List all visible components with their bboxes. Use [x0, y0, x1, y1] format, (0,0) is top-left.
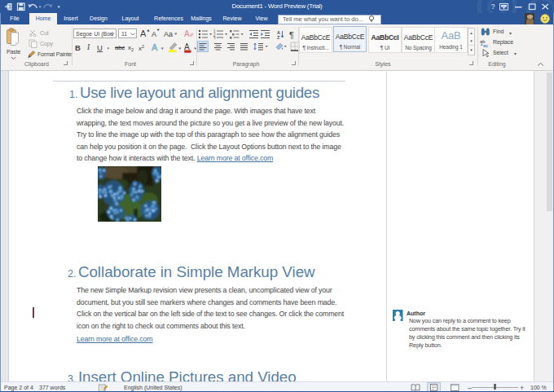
svg-text:ac: ac — [483, 43, 488, 47]
svg-text:3: 3 — [213, 37, 216, 40]
svg-text:A: A — [152, 30, 156, 38]
svg-text:¶: ¶ — [289, 30, 294, 40]
svg-text:Aa: Aa — [164, 30, 173, 38]
svg-text:A: A — [184, 29, 190, 38]
svg-text:A: A — [140, 29, 147, 38]
svg-text:A: A — [152, 42, 158, 52]
svg-text:A: A — [184, 42, 190, 51]
svg-text:Z: Z — [277, 35, 280, 39]
svg-text:A: A — [277, 30, 280, 35]
